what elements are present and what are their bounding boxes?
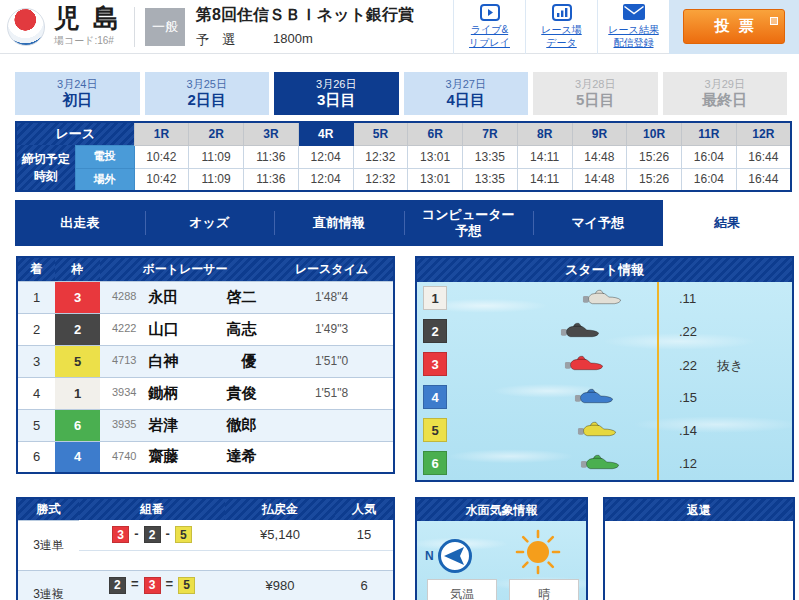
race-time-cell: 1'51"0 xyxy=(270,345,394,377)
venue-code: 場コード:16# xyxy=(54,34,132,48)
date-tab-day1[interactable]: 3月24日初日 xyxy=(15,72,140,115)
lane-cell: 5 xyxy=(55,345,100,377)
tab-latest-info[interactable]: 直前情報 xyxy=(274,200,404,246)
vote-window-icon xyxy=(770,17,778,25)
racer-cell: 4222山口高志 xyxy=(100,313,270,345)
racer-regno: 4288 xyxy=(112,290,136,302)
racer-regno: 4713 xyxy=(112,354,136,366)
deadline-time: 15:26 xyxy=(627,168,682,191)
racer-regno: 3935 xyxy=(112,418,136,430)
racer-given-name: 達希 xyxy=(226,447,256,466)
venue-data-link[interactable]: レース場 データ xyxy=(525,0,597,54)
weather-body: N 気温 晴 xyxy=(417,521,586,600)
race-tab-8r[interactable]: 8R xyxy=(517,122,572,145)
page-header: 児島 場コード:16# 一般 第8回住信ＳＢＩネット銀行賞 予 選 1800m … xyxy=(0,0,799,54)
race-tab-3r[interactable]: 3R xyxy=(244,122,299,145)
racer-given-name: 啓二 xyxy=(226,288,256,307)
tab-my-prediction[interactable]: マイ予想 xyxy=(533,200,663,246)
combo-lane: 3 xyxy=(144,577,161,594)
result-header-racer: ボートレーサー xyxy=(100,257,270,281)
boat-icon xyxy=(582,289,622,307)
lane-cell: 4 xyxy=(55,441,100,473)
deadline-label: 締切予定時刻 xyxy=(16,145,75,191)
race-tab-7r[interactable]: 7R xyxy=(463,122,518,145)
racer-cell: 4713白神優 xyxy=(100,345,270,377)
race-schedule-table: レース 1R 2R 3R 4R 5R 6R 7R 8R 9R 10R 11R 1… xyxy=(15,121,792,192)
table-row: 6 4 4740齋藤達希 xyxy=(17,441,394,473)
live-replay-link[interactable]: ライブ& リプレイ xyxy=(453,0,525,54)
rank-cell: 6 xyxy=(17,441,55,473)
deadline-time: 16:04 xyxy=(682,168,737,191)
combo-separator: = xyxy=(131,576,139,591)
deadline-time: 14:11 xyxy=(517,168,572,191)
deadline-time: 11:09 xyxy=(189,145,244,168)
racer-regno: 4740 xyxy=(112,450,136,462)
racer-cell: 3934鋤柄貴俊 xyxy=(100,377,270,409)
payout-popularity: 6 xyxy=(335,570,394,600)
payout-header-type: 勝式 xyxy=(17,498,79,520)
grade-badge: 一般 xyxy=(145,8,185,46)
play-icon xyxy=(454,4,525,22)
lane-cell: 2 xyxy=(55,313,100,345)
deadline-time: 14:11 xyxy=(517,145,572,168)
race-tab-5r[interactable]: 5R xyxy=(353,122,408,145)
start-note: 抜き xyxy=(717,358,743,373)
bet-type: 3連単 xyxy=(17,520,79,570)
weather-condition-label: 晴 xyxy=(509,579,579,600)
race-tab-4r-active[interactable]: 4R xyxy=(298,122,353,145)
race-tab-12r[interactable]: 12R xyxy=(736,122,791,145)
race-result-table: 着 枠 ボートレーサー レースタイム 1 3 4288永田啓二 1'48"4 2… xyxy=(16,256,395,474)
race-row-header: レース xyxy=(16,122,134,145)
channel-dento-label: 電投 xyxy=(75,145,134,168)
deadline-time: 16:04 xyxy=(682,145,737,168)
date-tab-final: 3月29日最終日 xyxy=(663,72,788,115)
rank-cell: 3 xyxy=(17,345,55,377)
deadline-time: 16:44 xyxy=(736,145,791,168)
race-tab-9r[interactable]: 9R xyxy=(572,122,627,145)
start-timing: .11 xyxy=(679,291,716,306)
date-tab-day2[interactable]: 3月25日2日目 xyxy=(145,72,270,115)
rank-cell: 2 xyxy=(17,313,55,345)
vote-area: 投票 xyxy=(669,0,799,54)
payout-header-amount: 払戻金 xyxy=(225,498,335,520)
race-tab-2r[interactable]: 2R xyxy=(189,122,244,145)
racer-regno: 3934 xyxy=(112,386,136,398)
boat-icon xyxy=(564,355,604,373)
deadline-time: 13:35 xyxy=(463,168,518,191)
racer-given-name: 貴俊 xyxy=(226,384,256,403)
race-tab-6r[interactable]: 6R xyxy=(408,122,463,145)
race-tab-11r[interactable]: 11R xyxy=(682,122,737,145)
combo-lane: 5 xyxy=(175,526,192,543)
vote-button[interactable]: 投票 xyxy=(683,9,785,44)
start-row: 2 .22 xyxy=(417,315,792,348)
date-tab-day3-active[interactable]: 3月26日3日目 xyxy=(274,72,399,115)
race-time-cell: 1'51"8 xyxy=(270,377,394,409)
race-tab-1r[interactable]: 1R xyxy=(134,122,189,145)
bar-chart-icon xyxy=(526,4,597,22)
date-tab-day4[interactable]: 3月27日4日目 xyxy=(404,72,529,115)
tab-computer-prediction[interactable]: コンピューター予想 xyxy=(404,200,534,246)
deadline-time: 12:04 xyxy=(298,168,353,191)
start-timing: .15 xyxy=(679,390,717,405)
race-tab-10r[interactable]: 10R xyxy=(627,122,682,145)
lane-cell: 1 xyxy=(55,377,100,409)
tab-result-active[interactable]: 結果 xyxy=(663,200,793,246)
boat-icon xyxy=(560,322,600,340)
tab-racecard[interactable]: 出走表 xyxy=(15,200,145,246)
payout-popularity: 15 xyxy=(335,520,394,550)
result-mail-link[interactable]: レース結果 配信登録 xyxy=(597,0,669,54)
combo-separator: - xyxy=(166,526,170,541)
racer-cell: 4288永田啓二 xyxy=(100,281,270,313)
header-divider xyxy=(134,7,135,47)
racer-cell: 4740齋藤達希 xyxy=(100,441,270,473)
table-row: 4 1 3934鋤柄貴俊 1'51"8 xyxy=(17,377,394,409)
weather-title: 水面気象情報 xyxy=(417,499,586,521)
tab-odds[interactable]: オッズ xyxy=(145,200,275,246)
bet-type: 3連複 xyxy=(17,570,79,600)
rank-cell: 5 xyxy=(17,409,55,441)
result-header-lane: 枠 xyxy=(55,257,100,281)
payout-header-popularity: 人気 xyxy=(335,498,394,520)
payout-table: 勝式 組番 払戻金 人気 3連単 3-2-5 ¥5,140 15 3連複 2=3… xyxy=(16,497,395,600)
start-row: 4 .15 xyxy=(417,381,792,414)
start-timing: .22抜き xyxy=(679,357,743,375)
